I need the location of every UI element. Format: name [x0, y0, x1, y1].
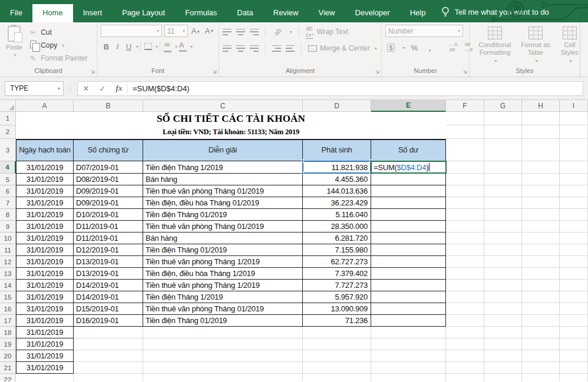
cell-C17[interactable]: Tiền điện Tháng 01/2019	[143, 315, 303, 327]
tab-home[interactable]: Home	[32, 4, 73, 22]
cell-B16[interactable]: D15/2019-01	[74, 303, 143, 315]
format-as-table-button[interactable]: Format as Table ▾	[517, 25, 554, 67]
cell-C8[interactable]: Tiền điện Tháng 01/2019	[143, 209, 303, 221]
cell-D6[interactable]: 144.013.636	[303, 185, 371, 197]
column-header-B[interactable]: B	[74, 100, 143, 112]
cell-G18[interactable]	[484, 327, 522, 338]
cell-F16[interactable]	[446, 303, 484, 315]
cell-G19[interactable]	[484, 338, 522, 350]
row-header-13[interactable]: 13	[0, 268, 16, 280]
bold-button[interactable]: B	[101, 41, 112, 52]
row-header-11[interactable]: 11	[0, 244, 16, 256]
cell-F21[interactable]	[446, 362, 484, 374]
cell-H12[interactable]	[522, 256, 560, 268]
cell-C10[interactable]: Bán hàng	[143, 232, 303, 244]
cell-C7[interactable]: Tiền điện, điều hòa Tháng 01/2019	[143, 197, 303, 209]
cell-A6[interactable]: 31/01/2019	[16, 185, 74, 197]
wrap-text-button[interactable]: abc↩ Wrap Text	[306, 25, 348, 38]
row-header-4[interactable]: 4	[0, 161, 16, 174]
cell-B19[interactable]	[74, 338, 143, 350]
italic-button[interactable]: I	[112, 41, 123, 52]
cell-A9[interactable]: 31/01/2019	[16, 221, 74, 232]
cell-E10[interactable]	[371, 232, 446, 244]
cut-button[interactable]: ✂ Cut	[28, 26, 87, 39]
cell-G1[interactable]	[484, 112, 522, 125]
tab-data[interactable]: Data	[227, 4, 263, 22]
cell-H11[interactable]	[522, 244, 560, 256]
cell-F18[interactable]	[446, 327, 484, 338]
cell-E8[interactable]	[371, 209, 446, 221]
copy-button[interactable]: Copy ▾	[28, 39, 87, 52]
cell-D7[interactable]: 36.223.429	[303, 197, 371, 209]
orientation-button[interactable]: ab	[272, 26, 283, 38]
cell-B15[interactable]: D14/2019-01	[74, 291, 143, 303]
cell-D22[interactable]	[303, 374, 371, 381]
tab-help[interactable]: Help	[400, 4, 436, 22]
cell-C20[interactable]	[143, 350, 303, 362]
cell-F5[interactable]	[446, 174, 484, 185]
cell-H16[interactable]	[522, 303, 560, 315]
cell-F2[interactable]	[446, 125, 484, 139]
cell-B4[interactable]: D07/2019-01	[74, 161, 143, 174]
cell-F8[interactable]	[446, 209, 484, 221]
cell-G13[interactable]	[484, 268, 522, 280]
cancel-button[interactable]: ✕	[78, 84, 94, 93]
cell-E6[interactable]	[371, 185, 446, 197]
cell-E13[interactable]	[371, 268, 446, 280]
cell-F17[interactable]	[446, 315, 484, 327]
cell-H15[interactable]	[522, 291, 560, 303]
cell-I3[interactable]	[560, 139, 588, 161]
cell-I11[interactable]	[560, 244, 588, 256]
cell-E20[interactable]	[371, 350, 446, 362]
increase-indent-icon[interactable]	[286, 45, 295, 52]
formula-input[interactable]: =SUM($D$4:D4)	[128, 84, 189, 93]
tab-insert[interactable]: Insert	[73, 4, 113, 22]
fill-color-button[interactable]	[162, 41, 173, 52]
row-header-7[interactable]: 7	[0, 197, 16, 209]
cell-I19[interactable]	[560, 338, 588, 350]
row-header-3[interactable]: 3	[0, 139, 16, 161]
number-format-combobox[interactable]: Number▾	[385, 25, 463, 37]
cell-D20[interactable]	[303, 350, 371, 362]
cell-H4[interactable]	[522, 161, 560, 174]
cell-A5[interactable]: 31/01/2019	[16, 174, 74, 185]
cell-E19[interactable]	[371, 338, 446, 350]
cell-H5[interactable]	[522, 174, 560, 185]
tab-review[interactable]: Review	[263, 4, 309, 22]
tab-view[interactable]: View	[308, 4, 345, 22]
cell-D19[interactable]	[303, 338, 371, 350]
cell-I2[interactable]	[560, 125, 588, 139]
cell-F14[interactable]	[446, 280, 484, 291]
row-header-6[interactable]: 6	[0, 185, 16, 197]
enter-button[interactable]: ✓	[94, 84, 111, 93]
cell-E22[interactable]	[371, 374, 446, 381]
cell-G12[interactable]	[484, 256, 522, 268]
cell-G7[interactable]	[484, 197, 522, 209]
sheet-title-cell[interactable]: SỔ CHI TIẾT CÁC TÀI KHOẢN	[16, 112, 446, 125]
cell-H9[interactable]	[522, 221, 560, 232]
cell-H7[interactable]	[522, 197, 560, 209]
cell-I16[interactable]	[560, 303, 588, 315]
cell-F15[interactable]	[446, 291, 484, 303]
cell-E21[interactable]	[371, 362, 446, 374]
row-header-15[interactable]: 15	[0, 291, 16, 303]
cell-G10[interactable]	[484, 232, 522, 244]
column-header-C[interactable]: C	[143, 100, 303, 112]
cell-D8[interactable]: 5.116.040	[303, 209, 371, 221]
cell-C5[interactable]: Bán hàng	[143, 174, 303, 185]
column-header-A[interactable]: A	[16, 100, 74, 112]
row-header-17[interactable]: 17	[0, 315, 16, 327]
cell-H17[interactable]	[522, 315, 560, 327]
cell-G3[interactable]	[484, 139, 522, 161]
middle-align-icon[interactable]	[236, 29, 245, 35]
row-header-9[interactable]: 9	[0, 221, 16, 232]
cell-H1[interactable]	[522, 112, 560, 125]
select-all-corner[interactable]	[0, 100, 16, 112]
cell-D3[interactable]: Phát sinh	[303, 139, 371, 161]
cell-A20[interactable]: 31/01/2019	[16, 350, 74, 362]
cell-E3[interactable]: Số dư	[371, 139, 446, 161]
cell-F22[interactable]	[446, 374, 484, 381]
cell-B21[interactable]	[74, 362, 143, 374]
cell-G21[interactable]	[484, 362, 522, 374]
cell-H21[interactable]	[522, 362, 560, 374]
